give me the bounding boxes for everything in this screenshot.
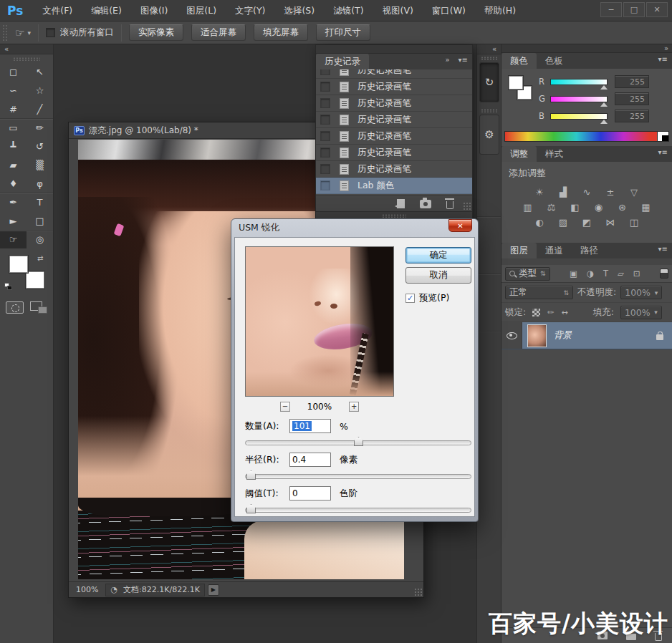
radius-slider[interactable] — [245, 474, 471, 479]
options-view-button[interactable]: 实际像素 — [129, 24, 183, 41]
menu-item[interactable]: 文字(Y) — [226, 0, 274, 21]
color-balance-icon[interactable]: ⚖ — [544, 201, 559, 213]
amount-input[interactable]: 101 — [289, 419, 331, 433]
lasso-tool-icon[interactable]: ∽ — [0, 81, 27, 100]
menu-item[interactable]: 编辑(E) — [82, 0, 131, 21]
spectrum-ramp[interactable] — [504, 131, 669, 142]
scroll-all-windows-checkbox[interactable] — [46, 28, 55, 37]
history-state-row[interactable]: 历史记录画笔 — [316, 95, 472, 112]
channel-slider[interactable] — [550, 96, 608, 102]
white-black-swatches[interactable] — [658, 131, 669, 142]
history-state-row[interactable]: 历史记录画笔 — [316, 145, 472, 161]
brightness-contrast-icon[interactable]: ☀ — [532, 186, 547, 198]
history-brush-source-well[interactable] — [320, 148, 330, 158]
threshold-icon[interactable]: ◩ — [580, 216, 594, 228]
history-state-row[interactable]: 历史记录画笔 — [316, 112, 472, 128]
menu-item[interactable]: 滤镜(T) — [324, 0, 373, 21]
menu-item[interactable]: 视图(V) — [373, 0, 423, 21]
panel-grip[interactable] — [481, 109, 498, 112]
quick-mask-icon[interactable] — [6, 301, 24, 314]
menu-item[interactable]: 帮助(H) — [475, 0, 525, 21]
gradient-map-icon[interactable]: ⋈ — [603, 216, 618, 228]
minimize-button[interactable]: − — [600, 2, 622, 17]
tab-color[interactable]: 颜色 — [501, 53, 537, 69]
history-brush-source-well[interactable] — [320, 69, 330, 75]
menu-item[interactable]: 窗口(W) — [423, 0, 475, 21]
tab-swatches[interactable]: 色板 — [537, 53, 572, 69]
amount-slider[interactable] — [245, 440, 471, 445]
threshold-input[interactable]: 0 — [289, 486, 331, 501]
spot-healing-brush-tool-icon[interactable]: ▭ — [0, 118, 27, 137]
color-lookup-icon[interactable]: ▦ — [639, 201, 653, 213]
photo-filter-icon[interactable]: ◉ — [592, 201, 606, 213]
filter-image-icon[interactable]: ▣ — [570, 269, 577, 279]
filter-smart-object-icon[interactable]: ⊡ — [633, 269, 640, 279]
history-brush-source-well[interactable] — [320, 82, 330, 92]
layer-visibility-cell[interactable] — [501, 322, 522, 349]
tools-collapse-bar[interactable]: « — [0, 44, 53, 54]
channel-slider[interactable] — [550, 79, 608, 85]
history-brush-source-well[interactable] — [320, 98, 330, 108]
black-white-icon[interactable]: ◧ — [568, 201, 582, 213]
color-spectrum[interactable] — [504, 131, 658, 142]
layer-thumbnail[interactable] — [527, 324, 547, 347]
shape-tool-icon[interactable]: □ — [27, 211, 53, 230]
history-panel-dock-icon[interactable]: ↻ — [479, 62, 499, 102]
menu-item[interactable]: 图像(I) — [131, 0, 177, 21]
collapsed-panel-icon[interactable]: ⚙ — [479, 115, 499, 155]
delete-state-icon[interactable] — [446, 201, 453, 209]
exposure-icon[interactable]: ± — [603, 186, 618, 198]
hand-tool-preset[interactable]: ☞ ▾ — [15, 26, 31, 39]
background-color-swatch[interactable] — [26, 271, 44, 289]
foreground-color-swatch[interactable] — [509, 76, 523, 90]
options-bar-grip[interactable] — [2, 24, 8, 42]
screen-mode-icon[interactable] — [30, 301, 47, 314]
menu-item[interactable]: 选择(S) — [274, 0, 324, 21]
tab-channels[interactable]: 通道 — [537, 243, 572, 258]
history-state-row[interactable]: 历史记录画笔 — [316, 69, 472, 79]
channel-slider-thumb[interactable] — [600, 99, 608, 107]
tab-layers[interactable]: 图层 — [501, 243, 537, 258]
panel-grip[interactable] — [481, 57, 498, 60]
history-state-row[interactable]: Lab 颜色 — [316, 178, 472, 194]
panel-grip[interactable] — [13, 57, 40, 61]
menu-item[interactable]: 文件(F) — [33, 0, 82, 21]
zoom-out-button[interactable]: − — [280, 402, 290, 412]
history-brush-source-well[interactable] — [320, 115, 330, 125]
filter-type-combo[interactable]: 类型 ⇅ — [505, 267, 550, 281]
invert-icon[interactable]: ◐ — [532, 216, 547, 228]
window-resize-grip[interactable] — [414, 588, 423, 596]
history-brush-tool-icon[interactable]: ↺ — [27, 137, 53, 155]
radius-input[interactable]: 0.4 — [289, 453, 331, 467]
panel-menu-icon[interactable]: ▾≡ — [459, 56, 468, 64]
panel-collapse-icon[interactable]: » — [445, 56, 449, 64]
options-view-button[interactable]: 打印尺寸 — [316, 24, 370, 41]
move-tool-icon[interactable]: ↖ — [27, 62, 53, 81]
zoom-in-button[interactable]: + — [349, 402, 359, 412]
fill-value[interactable]: 100% ▾ — [620, 306, 662, 319]
path-selection-tool-icon[interactable]: ► — [0, 211, 27, 230]
zoom-tool-icon[interactable]: ◎ — [27, 230, 53, 248]
zoom-level-field[interactable]: 100% — [69, 585, 105, 594]
filter-shape-icon[interactable]: ▱ — [618, 269, 624, 279]
filter-type-icon[interactable]: T — [603, 269, 608, 279]
radius-slider-thumb[interactable] — [246, 470, 256, 480]
swap-colors-icon[interactable]: ⇄ — [37, 254, 43, 262]
channel-slider[interactable] — [550, 113, 608, 120]
threshold-slider-thumb[interactable] — [246, 504, 256, 513]
filter-toggle-switch[interactable] — [660, 269, 668, 279]
curves-icon[interactable]: ∿ — [580, 186, 594, 198]
history-brush-source-well[interactable] — [320, 164, 330, 174]
dodge-tool-icon[interactable]: φ — [27, 174, 53, 193]
opacity-value[interactable]: 100% ▾ — [620, 286, 662, 299]
lock-image-icon[interactable]: ✏ — [547, 308, 554, 317]
levels-icon[interactable]: ▟ — [556, 186, 570, 198]
vibrance-icon[interactable]: ▽ — [627, 186, 641, 198]
blur-tool-icon[interactable]: ♦ — [0, 174, 27, 193]
panel-resize-grip[interactable] — [463, 202, 471, 210]
status-menu-arrow-icon[interactable]: ▶ — [208, 584, 219, 596]
channel-value[interactable]: 255 — [615, 92, 649, 105]
amount-slider-thumb[interactable] — [354, 437, 363, 446]
panel-menu-icon[interactable]: ▾≡ — [658, 148, 668, 156]
panel-menu-icon[interactable]: ▾≡ — [658, 55, 668, 63]
